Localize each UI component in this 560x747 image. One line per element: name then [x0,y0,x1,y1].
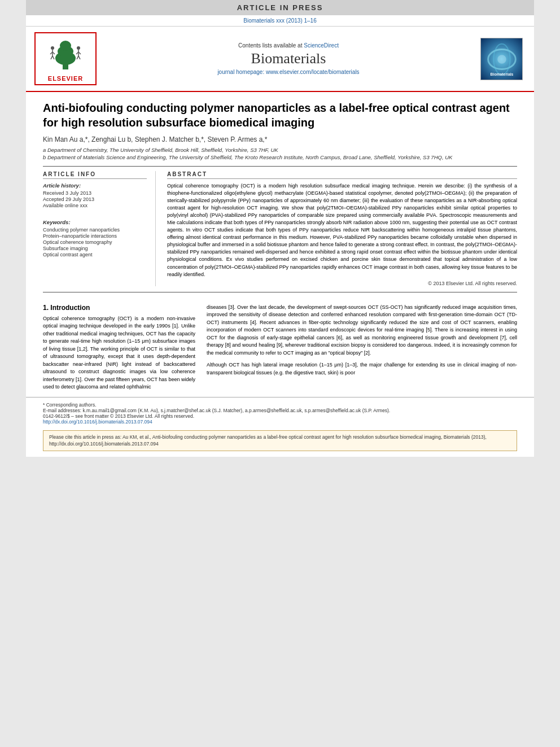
citation-line: Biomaterials xxx (2013) 1–16 [26,15,534,27]
divider-top [43,166,517,167]
affiliations: a Department of Chemistry, The Universit… [43,147,517,160]
abstract-text: Optical coherence tomography (OCT) is a … [167,182,517,278]
svg-line-10 [53,56,54,59]
available-online: Available online xxx [43,203,147,208]
biomaterials-logo: Biomaterials [480,38,526,80]
svg-line-9 [51,56,53,59]
abstract-header: ABSTRACT [167,171,517,179]
main-content: 1. Introduction Optical coherence tomogr… [26,304,534,391]
affiliation-a: a Department of Chemistry, The Universit… [43,147,517,153]
elsevier-label: ELSEVIER [38,75,93,82]
svg-point-11 [77,46,80,50]
elsevier-tree-icon [46,37,85,71]
received-date: Received 3 July 2013 [43,190,147,196]
article-info-column: ARTICLE INFO Article history: Received 3… [43,171,156,286]
info-columns: ARTICLE INFO Article history: Received 3… [43,171,517,286]
journal-homepage: journal homepage: www.elsevier.com/locat… [102,69,475,75]
article-title: Anti-biofouling conducting polymer nanop… [43,101,517,130]
abstract-column: ABSTRACT Optical coherence tomography (O… [167,171,517,286]
biomaterials-logo-image: Biomaterials [480,38,523,80]
article-info-header: ARTICLE INFO [43,171,147,179]
svg-point-20 [497,55,506,64]
banner-text: ARTICLE IN PRESS [237,3,323,12]
svg-text:Biomaterials: Biomaterials [491,72,514,76]
svg-point-5 [51,46,54,50]
article-in-press-banner: ARTICLE IN PRESS [26,0,534,15]
keyword-5: Optical contrast agent [43,252,147,257]
homepage-link[interactable]: journal homepage: www.elsevier.com/locat… [217,69,359,75]
copyright-line: © 2013 Elsevier Ltd. All rights reserved… [167,281,517,286]
footnote-area: * Corresponding authors. E-mail addresse… [26,397,534,427]
intro-left-text: Optical coherence tomography (OCT) is a … [43,315,195,391]
keywords-label: Keywords: [43,219,147,225]
journal-header: ELSEVIER Contents lists available at Sci… [26,27,534,92]
doi-link-line: http://dx.doi.org/10.1016/j.biomaterials… [43,419,517,425]
divider-bottom [43,292,517,292]
keyword-3: Optical coherence tomography [43,239,147,245]
bottom-citation-bar: Please cite this article in press as: Au… [43,430,517,452]
intro-right-text-1: diseases [3]. Over the last decade, the … [207,304,517,357]
keywords-list: Conducting polymer nanoparticles Protein… [43,227,147,257]
section-title-intro: 1. Introduction [43,304,195,312]
journal-title: Biomaterials [102,51,475,67]
affiliation-b: b Department of Materials Science and En… [43,154,517,160]
elsevier-logo: ELSEVIER [34,32,97,85]
sciencedirect-link[interactable]: ScienceDirect [304,42,339,49]
journal-center: Contents lists available at ScienceDirec… [97,42,480,76]
accepted-date: Accepted 29 July 2013 [43,196,147,202]
email-footnote: E-mail addresses: k.m.au.mail1@gmail.com… [43,408,517,413]
corresponding-authors: * Corresponding authors. [43,402,517,408]
svg-line-15 [77,56,78,59]
left-column: 1. Introduction Optical coherence tomogr… [43,304,195,391]
doi-link[interactable]: http://dx.doi.org/10.1016/j.biomaterials… [43,419,152,425]
bottom-citation-text: Please cite this article in press as: Au… [49,434,487,447]
svg-point-4 [60,41,71,51]
intro-right-text-2: Although OCT has high lateral image reso… [207,361,517,377]
doi-line: 0142-9612/$ – see front matter © 2013 El… [43,413,517,419]
keyword-1: Conducting polymer nanoparticles [43,227,147,233]
article-body: Anti-biofouling conducting polymer nanop… [26,92,534,304]
keyword-4: Subsurface imaging [43,246,147,251]
history-label: Article history: [43,182,147,189]
right-column: diseases [3]. Over the last decade, the … [207,304,517,391]
keyword-2: Protein–nanoparticle interactions [43,233,147,239]
contents-available-text: Contents lists available at ScienceDirec… [102,42,475,49]
authors-line: Kin Man Au a,*, Zenghai Lu b, Stephen J.… [43,136,517,143]
svg-line-16 [78,56,80,59]
